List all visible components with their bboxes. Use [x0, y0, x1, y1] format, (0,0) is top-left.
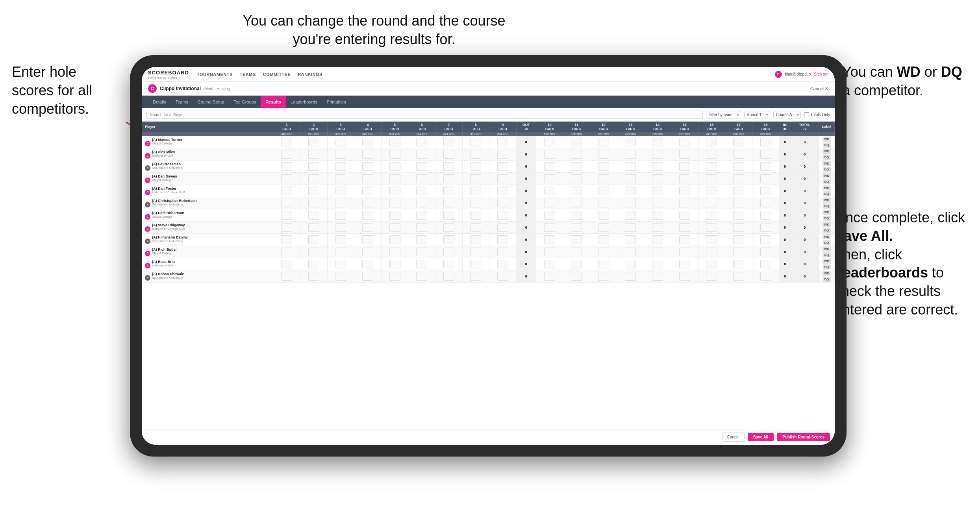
hole-15-input[interactable]: [679, 150, 690, 159]
hole-3-input-cell[interactable]: [327, 246, 354, 258]
hole-7-input-cell[interactable]: [435, 136, 462, 148]
hole-16-input-cell[interactable]: [698, 161, 725, 173]
hole-12-input[interactable]: [598, 260, 609, 268]
hole-8-input-cell[interactable]: [462, 197, 489, 209]
dq-button[interactable]: DQ: [823, 167, 831, 172]
hole-12-input-cell[interactable]: [590, 148, 617, 161]
hole-2-input[interactable]: [308, 223, 319, 232]
hole-5-input[interactable]: [389, 174, 400, 183]
hole-14-input-cell[interactable]: [644, 234, 671, 246]
hole-15-input-cell[interactable]: [671, 258, 698, 270]
hole-13-input[interactable]: [625, 199, 636, 207]
hole-18-input-cell[interactable]: [752, 136, 779, 148]
hole-17-input-cell[interactable]: [725, 173, 752, 185]
hole-10-input-cell[interactable]: [536, 161, 563, 173]
hole-10-input-cell[interactable]: [536, 258, 563, 270]
hole-3-input[interactable]: [335, 248, 346, 256]
hole-12-input[interactable]: [598, 187, 609, 195]
hole-16-input-cell[interactable]: [698, 234, 725, 246]
hole-6-input-cell[interactable]: [408, 136, 435, 148]
hole-1-input-cell[interactable]: [273, 234, 300, 246]
hole-15-input[interactable]: [679, 174, 690, 183]
hole-13-input-cell[interactable]: [617, 173, 644, 185]
hole-2-input-cell[interactable]: [300, 270, 327, 283]
dq-button[interactable]: DQ: [823, 252, 831, 257]
hole-4-input-cell[interactable]: [354, 197, 382, 209]
hole-13-input[interactable]: [625, 162, 636, 171]
hole-16-input[interactable]: [706, 138, 717, 146]
hole-15-input-cell[interactable]: [671, 197, 698, 209]
hole-8-input-cell[interactable]: [462, 209, 489, 222]
hole-11-input[interactable]: [571, 235, 582, 244]
hole-10-input-cell[interactable]: [536, 209, 563, 222]
label-cell[interactable]: WDDQ: [819, 136, 835, 148]
hole-2-input-cell[interactable]: [300, 258, 327, 270]
hole-5-input[interactable]: [389, 138, 400, 146]
hole-18-input[interactable]: [760, 211, 771, 220]
hole-2-input[interactable]: [308, 272, 319, 281]
hole-3-input-cell[interactable]: [327, 197, 354, 209]
hole-3-input-cell[interactable]: [327, 209, 354, 222]
hole-2-input-cell[interactable]: [300, 246, 327, 258]
hole-4-input-cell[interactable]: [354, 222, 382, 234]
wd-button[interactable]: WD: [823, 173, 831, 178]
hole-3-input-cell[interactable]: [327, 222, 354, 234]
hole-2-input-cell[interactable]: [300, 161, 327, 173]
hole-1-input[interactable]: [281, 150, 292, 159]
hole-15-input[interactable]: [679, 187, 690, 195]
hole-4-input[interactable]: [362, 187, 373, 195]
hole-14-input-cell[interactable]: [644, 185, 671, 197]
hole-11-input-cell[interactable]: [563, 234, 590, 246]
hole-5-input[interactable]: [389, 260, 400, 268]
label-cell[interactable]: WDDQ: [819, 161, 835, 173]
hole-9-input-cell[interactable]: [489, 222, 517, 234]
hole-3-input[interactable]: [335, 138, 346, 146]
hole-1-input[interactable]: [281, 138, 292, 146]
hole-12-input[interactable]: [598, 150, 609, 159]
hole-14-input[interactable]: [652, 248, 663, 256]
hole-5-input[interactable]: [389, 223, 400, 232]
hole-14-input-cell[interactable]: [644, 209, 671, 222]
tab-course-setup[interactable]: Course Setup: [193, 96, 229, 108]
hole-17-input-cell[interactable]: [725, 148, 752, 161]
hole-10-input-cell[interactable]: [536, 173, 563, 185]
hole-14-input-cell[interactable]: [644, 161, 671, 173]
hole-13-input-cell[interactable]: [617, 270, 644, 283]
hole-7-input-cell[interactable]: [435, 234, 462, 246]
hole-10-input[interactable]: [544, 272, 555, 281]
hole-9-input[interactable]: [497, 235, 508, 244]
tab-leaderboards[interactable]: Leaderboards: [286, 96, 322, 108]
hole-17-input-cell[interactable]: [725, 222, 752, 234]
hole-13-input[interactable]: [625, 187, 636, 195]
hole-2-input[interactable]: [308, 174, 319, 183]
hole-3-input[interactable]: [335, 187, 346, 195]
hole-4-input[interactable]: [362, 260, 373, 268]
label-cell[interactable]: WDDQ: [819, 209, 835, 222]
dq-button[interactable]: DQ: [823, 216, 831, 221]
hole-13-input-cell[interactable]: [617, 185, 644, 197]
tab-results[interactable]: Results: [261, 96, 286, 108]
hole-14-input-cell[interactable]: [644, 136, 671, 148]
hole-4-input-cell[interactable]: [354, 246, 382, 258]
dq-button[interactable]: DQ: [823, 155, 831, 160]
hole-6-input-cell[interactable]: [408, 148, 435, 161]
hole-10-input-cell[interactable]: [536, 222, 563, 234]
course-select[interactable]: Course A: [773, 111, 801, 118]
hole-6-input-cell[interactable]: [408, 173, 435, 185]
hole-4-input[interactable]: [362, 223, 373, 232]
hole-4-input-cell[interactable]: [354, 258, 382, 270]
dq-button[interactable]: DQ: [823, 179, 831, 184]
label-cell[interactable]: WDDQ: [819, 197, 835, 209]
hole-15-input[interactable]: [679, 162, 690, 171]
hole-14-input-cell[interactable]: [644, 173, 671, 185]
hole-6-input-cell[interactable]: [408, 185, 435, 197]
hole-11-input-cell[interactable]: [563, 185, 590, 197]
wd-button[interactable]: WD: [823, 271, 831, 276]
hole-16-input[interactable]: [706, 223, 717, 232]
hole-11-input[interactable]: [571, 223, 582, 232]
hole-6-input-cell[interactable]: [408, 161, 435, 173]
hole-5-input[interactable]: [389, 187, 400, 195]
hole-6-input[interactable]: [416, 223, 427, 232]
hole-17-input[interactable]: [733, 260, 744, 268]
hole-15-input-cell[interactable]: [671, 234, 698, 246]
